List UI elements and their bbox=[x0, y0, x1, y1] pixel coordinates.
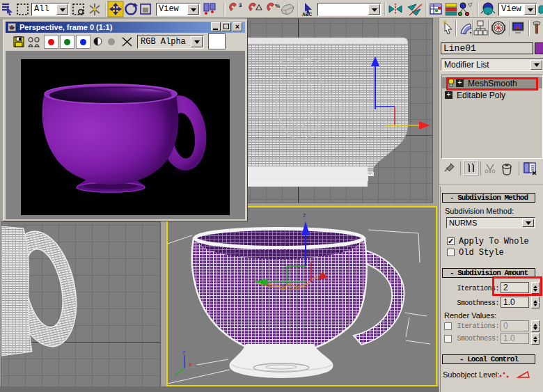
svg-text:z: z bbox=[182, 349, 185, 355]
svg-text:ABC: ABC bbox=[302, 12, 312, 17]
svg-text:z: z bbox=[303, 212, 306, 219]
svg-text:%: % bbox=[275, 3, 280, 9]
svg-text:3: 3 bbox=[239, 2, 242, 8]
svg-text:x: x bbox=[189, 361, 192, 368]
